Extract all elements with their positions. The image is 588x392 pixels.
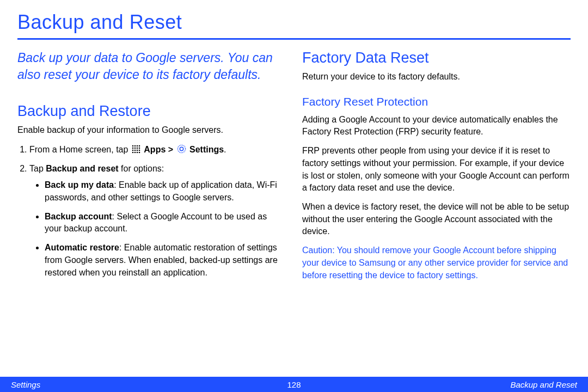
option-automatic-restore: Automatic restore: Enable automatic rest… (45, 242, 286, 279)
frp-p3: When a device is factory reset, the devi… (302, 201, 571, 238)
content-columns: Back up your data to Google servers. You… (17, 50, 571, 288)
svg-point-17 (180, 147, 183, 150)
frp-p1: Adding a Google Account to your device a… (302, 114, 571, 138)
factory-reset-protection-heading: Factory Reset Protection (302, 95, 571, 108)
caution-label: Caution (302, 246, 332, 255)
svg-point-1 (134, 145, 136, 147)
caution-text: Caution: You should remove your Google A… (302, 244, 571, 281)
step-2: Tap Backup and reset for options: Back u… (29, 162, 286, 279)
opt3-bold: Automatic restore (45, 243, 119, 252)
caution-rest: : You should remove your Google Account … (302, 246, 568, 279)
page-footer: Settings 128 Backup and Reset (0, 377, 588, 392)
step-2-prefix: Tap (29, 164, 46, 173)
step-1-suffix: . (224, 145, 226, 154)
backup-restore-intro: Enable backup of your information to Goo… (17, 124, 286, 137)
title-rule (17, 38, 571, 40)
frp-p2: FRP prevents other people from using you… (302, 145, 571, 194)
lead-text: Back up your data to Google servers. You… (17, 50, 286, 83)
svg-point-7 (139, 148, 140, 149)
factory-data-reset-intro: Return your device to its factory defaul… (302, 71, 571, 83)
svg-point-5 (134, 148, 136, 149)
svg-point-8 (132, 150, 134, 151)
svg-point-2 (137, 145, 138, 147)
opt2-bold: Backup account (45, 212, 112, 221)
step-1-prefix: From a Home screen, tap (29, 145, 131, 154)
step-1: From a Home screen, tap Apps > (29, 143, 286, 157)
apps-grid-icon (132, 144, 140, 157)
factory-data-reset-heading: Factory Data Reset (302, 50, 571, 66)
left-column: Back up your data to Google servers. You… (17, 50, 286, 288)
options-list: Back up my data: Enable back up of appli… (29, 179, 286, 279)
footer-topic: Backup and Reset (510, 380, 577, 389)
steps-list: From a Home screen, tap Apps > (17, 143, 286, 279)
footer-section: Settings (11, 380, 40, 389)
option-backup-my-data: Back up my data: Enable back up of appli… (45, 179, 286, 204)
svg-point-0 (132, 145, 134, 147)
svg-point-10 (137, 150, 138, 151)
svg-point-16 (177, 145, 185, 152)
option-backup-account: Backup account: Select a Google Account … (45, 211, 286, 235)
svg-point-12 (132, 152, 134, 154)
svg-point-9 (134, 150, 136, 151)
svg-point-4 (132, 148, 134, 149)
svg-point-3 (139, 145, 140, 147)
svg-point-15 (139, 152, 140, 154)
right-column: Factory Data Reset Return your device to… (302, 50, 571, 288)
svg-point-13 (134, 152, 136, 154)
apps-label: Apps (144, 145, 166, 154)
svg-point-6 (137, 148, 138, 149)
settings-label: Settings (189, 145, 224, 154)
footer-page-number: 128 (287, 380, 301, 389)
step-2-suffix: for options: (119, 164, 164, 173)
svg-point-14 (137, 152, 138, 154)
settings-gear-icon (177, 144, 186, 157)
page-title: Backup and Reset (17, 11, 571, 34)
svg-point-11 (139, 150, 140, 151)
step-1-gt: > (166, 145, 175, 154)
opt1-bold: Back up my data (45, 180, 114, 189)
backup-restore-heading: Backup and Restore (17, 103, 286, 120)
step-2-bold: Backup and reset (46, 164, 118, 173)
